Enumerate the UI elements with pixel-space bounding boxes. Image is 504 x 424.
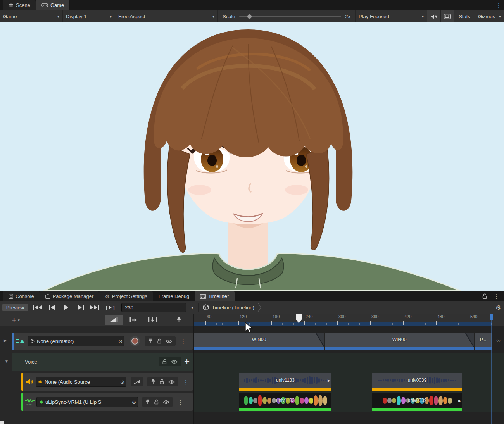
animator-collapse-icon[interactable]: ▶: [4, 338, 7, 343]
tab-frame-debug-label: Frame Debug: [159, 293, 189, 299]
goto-start-button[interactable]: [30, 302, 45, 312]
timeline-settings-gear[interactable]: ⚙: [495, 304, 501, 311]
object-picker-icon[interactable]: ⊙: [120, 379, 124, 385]
ruler-tick: [244, 323, 244, 325]
display-dropdown[interactable]: Display 1 ▾: [63, 10, 115, 22]
ruler-tick: [261, 323, 261, 325]
animator-track-header[interactable]: None (Animator) ⊙ ⋮: [12, 333, 193, 350]
audio-track-header[interactable]: None (Audio Source ⊙ ⋮: [21, 373, 193, 391]
audio-curves-button[interactable]: [131, 377, 143, 386]
timeline-clip-win00[interactable]: WIN00: [194, 333, 324, 350]
mix-mode-button[interactable]: [105, 315, 123, 325]
voice-group-header[interactable]: Voice +: [12, 353, 193, 371]
lipsync-binding-field[interactable]: uLipSync-VRM1 (U Lip S ⊙: [36, 397, 138, 407]
timeline-clip-univ0039[interactable]: univ0039: [372, 373, 462, 391]
play-focus-dropdown[interactable]: Play Focused ▾: [356, 10, 427, 22]
ruler-tick: [464, 323, 464, 325]
replace-mode-button[interactable]: [144, 315, 162, 325]
clip-label: univ1183: [239, 377, 331, 383]
timeline-end-marker[interactable]: [490, 314, 493, 320]
view-menu-icon[interactable]: ⋮: [494, 1, 504, 10]
tab-game[interactable]: Game: [36, 0, 70, 10]
gizmos-dropdown[interactable]: Gizmos ▾: [475, 10, 504, 22]
pin-icon[interactable]: [151, 379, 155, 384]
unlock-icon[interactable]: [157, 338, 162, 344]
unlock-icon[interactable]: [159, 379, 164, 384]
timeline-clip-univ0039[interactable]: univ0039▶: [372, 393, 462, 411]
panel-menu-icon[interactable]: ⋮: [491, 292, 502, 301]
timeline-asset-selector[interactable]: Timeline (Timeline): [199, 302, 266, 313]
lipsync-track-menu-icon[interactable]: ⋮: [175, 398, 186, 407]
pin-icon[interactable]: [148, 338, 153, 344]
timeline-ruler[interactable]: 60120180240300360420480540: [194, 314, 504, 326]
tab-scene-label: Scene: [16, 2, 30, 8]
tab-project-settings[interactable]: ⚙ Project Settings: [99, 291, 153, 302]
vsync-keyboard-button[interactable]: [441, 10, 454, 22]
animator-track-menu-icon[interactable]: ⋮: [178, 337, 188, 346]
ruler-tick: [315, 323, 316, 325]
scale-slider-knob[interactable]: [247, 14, 252, 19]
ripple-mode-button[interactable]: [124, 315, 142, 325]
ruler-tick: [431, 323, 431, 325]
ruler-tick: [310, 323, 310, 325]
object-picker-icon[interactable]: ⊙: [132, 399, 136, 405]
scale-slider[interactable]: [239, 16, 342, 17]
ruler-tick: [442, 323, 442, 325]
tab-package-manager[interactable]: Package Manager: [40, 291, 100, 302]
play-button[interactable]: [59, 302, 73, 312]
tab-frame-debug[interactable]: Frame Debug: [153, 291, 195, 302]
timeline-clip-univ1183[interactable]: univ1183▶: [239, 373, 331, 391]
record-button[interactable]: [130, 336, 140, 346]
dropdown-arrow-icon: ▾: [499, 14, 501, 19]
scrollbar-corner[interactable]: [0, 421, 4, 424]
eye-icon[interactable]: [168, 380, 175, 384]
audio-binding-field[interactable]: None (Audio Source ⊙: [36, 377, 126, 387]
voice-group-collapse-icon[interactable]: ▼: [5, 359, 9, 364]
unity-editor: Scene Game ⋮ Game ▾ Display 1 ▾ Free Asp…: [0, 0, 504, 424]
object-picker-icon[interactable]: ⊙: [118, 338, 123, 344]
ruler-tick: [414, 323, 414, 325]
timeline-clip-win00[interactable]: WIN00: [325, 333, 474, 350]
tab-timeline[interactable]: Timeline*: [195, 291, 235, 302]
add-track-button[interactable]: + ▾: [12, 316, 20, 324]
tab-scene[interactable]: Scene: [3, 0, 36, 10]
ruler-tick: [337, 321, 338, 325]
unlock-icon[interactable]: [154, 399, 159, 405]
frame-number-value: 230: [125, 305, 133, 310]
frame-field-dropdown-icon[interactable]: ▾: [191, 305, 193, 310]
game-target-dropdown[interactable]: Game ▾: [0, 10, 63, 22]
pin-icon[interactable]: [145, 399, 150, 405]
lipsync-mini-icon: [39, 400, 43, 404]
goto-end-button[interactable]: [88, 302, 102, 312]
unlock-icon[interactable]: [482, 293, 487, 299]
track-header-column: ▶ None (Animator) ⊙: [0, 326, 193, 424]
ruler-tick: [486, 323, 486, 325]
ruler-tick: [447, 323, 447, 325]
marker-pin-button[interactable]: [171, 315, 186, 325]
eye-icon[interactable]: [171, 360, 178, 364]
ruler-tick: [458, 323, 459, 325]
play-range-button[interactable]: []: [102, 302, 118, 312]
timeline-tracks: ▶ None (Animator) ⊙: [0, 326, 504, 424]
lipsync-track-header[interactable]: AIUEO uLipSync-VRM1 (U Lip S ⊙ ⋮: [21, 393, 193, 411]
audio-track-colorbar: [21, 373, 23, 391]
animator-binding-field[interactable]: None (Animator) ⊙: [28, 336, 124, 346]
mute-audio-button[interactable]: [427, 10, 441, 22]
audio-track-menu-icon[interactable]: ⋮: [181, 377, 191, 386]
timeline-clip-univ1183[interactable]: univ1183: [239, 393, 331, 411]
clip-label: WIN00: [325, 336, 474, 342]
eye-icon[interactable]: [163, 400, 169, 404]
frame-number-field[interactable]: 230: [121, 303, 186, 312]
unlock-icon[interactable]: [162, 359, 167, 364]
timeline-clip-p[interactable]: P...: [475, 333, 492, 350]
add-to-group-button[interactable]: +: [184, 357, 190, 366]
tab-console[interactable]: Console: [3, 291, 40, 302]
next-frame-button[interactable]: [73, 302, 88, 312]
bracket-icon: [: [106, 305, 107, 310]
eye-icon[interactable]: [166, 339, 172, 343]
previous-frame-button[interactable]: [45, 302, 59, 312]
stats-button[interactable]: Stats: [454, 10, 475, 22]
preview-toggle[interactable]: Preview: [2, 304, 28, 311]
ruler-tick: [282, 323, 283, 325]
aspect-dropdown[interactable]: Free Aspect ▾: [115, 10, 218, 22]
